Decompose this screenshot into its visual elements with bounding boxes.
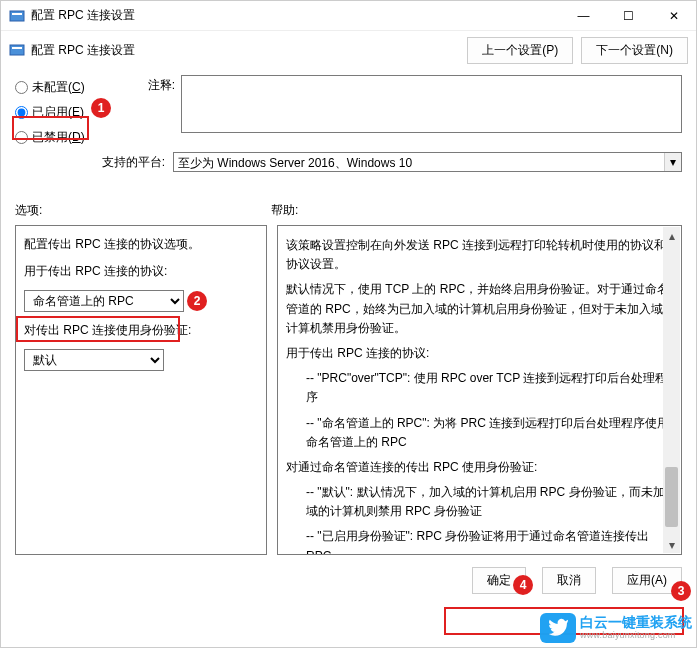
close-button[interactable]: ✕ [651,1,696,31]
radio-enabled-input[interactable] [15,106,28,119]
svg-rect-2 [10,45,24,55]
help-p3: 用于传出 RPC 连接的协议: [286,344,677,363]
svg-rect-1 [12,13,22,15]
state-radio-group: 未配置(C) 已启用(E) 已禁用(D) [15,75,103,146]
radio-enabled-label[interactable]: 已启用(E) [32,104,84,121]
comment-column: 注释: [115,75,682,146]
app-icon [9,8,25,24]
annotation-box-3 [444,607,684,635]
help-p4a: -- "默认": 默认情况下，加入域的计算机启用 RPC 身份验证，而未加入域的… [286,483,677,521]
help-scrollbar[interactable]: ▴ ▾ [663,227,680,553]
radio-disabled-input[interactable] [15,131,28,144]
next-setting-button[interactable]: 下一个设置(N) [581,37,688,64]
comment-textarea[interactable] [181,75,682,133]
platform-value: 至少为 Windows Server 2016、Windows 10 [178,156,412,170]
cancel-button[interactable]: 取消 [542,567,596,594]
help-p2: 默认情况下，使用 TCP 上的 RPC，并始终启用身份验证。对于通过命名管道的 … [286,280,677,338]
help-p3a: -- "PRC"over"TCP": 使用 RPC over TCP 连接到远程… [286,369,677,407]
policy-title: 配置 RPC 连接设置 [31,42,459,59]
platform-row: 支持的平台: 至少为 Windows Server 2016、Windows 1… [1,146,696,182]
watermark: 白云一键重装系统 www.baiyunxitong.com [540,613,692,643]
previous-setting-button[interactable]: 上一个设置(P) [467,37,573,64]
platform-label: 支持的平台: [15,152,173,171]
protocol-label: 用于传出 RPC 连接的协议: [24,263,258,280]
titlebar: 配置 RPC 连接设置 — ☐ ✕ [1,1,696,31]
ok-button[interactable]: 确定 [472,567,526,594]
bottom-bar: 确定 取消 应用(A) [1,563,696,597]
platform-value-box: 至少为 Windows Server 2016、Windows 10 ▾ [173,152,682,172]
help-panel: 该策略设置控制在向外发送 RPC 连接到远程打印轮转机时使用的协议和协议设置。 … [277,225,682,555]
auth-select[interactable]: 默认 [24,349,164,371]
panels: 配置传出 RPC 连接的协议选项。 用于传出 RPC 连接的协议: 命名管道上的… [1,225,696,563]
auth-label: 对传出 RPC 连接使用身份验证: [24,322,258,339]
comment-label: 注释: [115,75,175,94]
platform-scroll-down[interactable]: ▾ [664,153,681,171]
radio-not-configured[interactable]: 未配置(C) [15,79,103,96]
toolbar: 配置 RPC 连接设置 上一个设置(P) 下一个设置(N) [1,31,696,69]
help-p1: 该策略设置控制在向外发送 RPC 连接到远程打印轮转机时使用的协议和协议设置。 [286,236,677,274]
radio-not-configured-input[interactable] [15,81,28,94]
scroll-thumb[interactable] [665,467,678,527]
scroll-up-icon[interactable]: ▴ [663,227,680,244]
window-controls: — ☐ ✕ [561,1,696,30]
apply-button[interactable]: 应用(A) [612,567,682,594]
protocol-select[interactable]: 命名管道上的 RPC [24,290,184,312]
options-intro: 配置传出 RPC 连接的协议选项。 [24,236,258,253]
section-labels: 选项: 帮助: [1,182,696,225]
policy-icon [9,42,25,58]
watermark-logo-icon [540,613,576,643]
radio-enabled[interactable]: 已启用(E) [15,104,103,121]
options-label: 选项: [15,202,271,219]
minimize-button[interactable]: — [561,1,606,31]
help-p4: 对通过命名管道连接的传出 RPC 使用身份验证: [286,458,677,477]
watermark-line1: 白云一键重装系统 [580,615,692,630]
svg-rect-0 [10,11,24,21]
radio-disabled-label[interactable]: 已禁用(D) [32,129,85,146]
help-p4b: -- "已启用身份验证": RPC 身份验证将用于通过命名管道连接传出 RPC [286,527,677,555]
radio-not-configured-label[interactable]: 未配置(C) [32,79,85,96]
help-label: 帮助: [271,202,682,219]
svg-rect-3 [12,47,22,49]
watermark-line2: www.baiyunxitong.com [580,631,692,641]
options-panel: 配置传出 RPC 连接的协议选项。 用于传出 RPC 连接的协议: 命名管道上的… [15,225,267,555]
scroll-down-icon[interactable]: ▾ [663,536,680,553]
maximize-button[interactable]: ☐ [606,1,651,31]
state-row: 未配置(C) 已启用(E) 已禁用(D) 注释: [1,69,696,146]
window-title: 配置 RPC 连接设置 [31,7,561,24]
help-p3b: -- "命名管道上的 RPC": 为将 PRC 连接到远程打印后台处理程序使用命… [286,414,677,452]
radio-disabled[interactable]: 已禁用(D) [15,129,103,146]
